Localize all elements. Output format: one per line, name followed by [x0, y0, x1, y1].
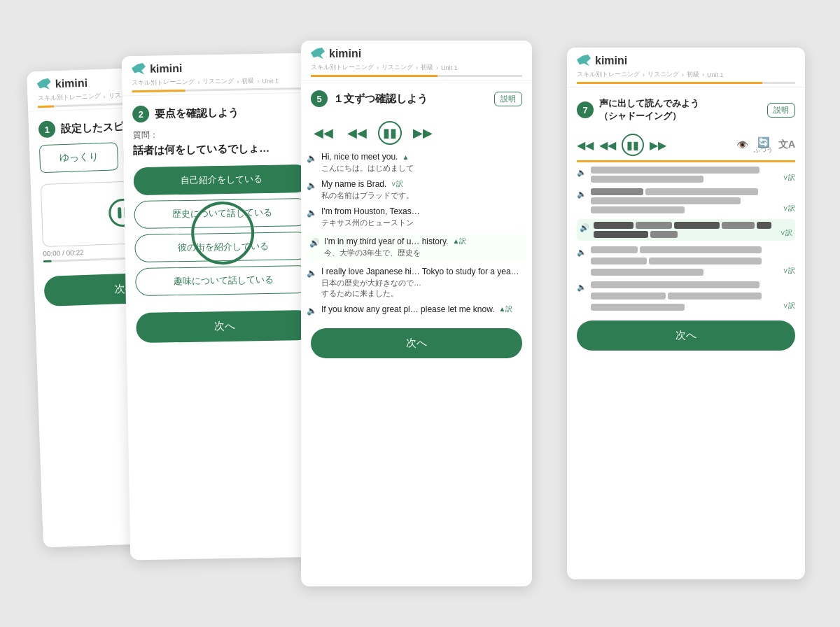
- skip-start-btn[interactable]: ◀◀: [311, 122, 336, 143]
- bird-icon-2: [132, 63, 146, 76]
- dialogue-en-2: I'm from Houston, Texas…: [321, 206, 526, 216]
- dialogue-item-3: 🔊 I'm in my third year of u… history. ▲訳…: [307, 234, 526, 261]
- step-badge-2: 2: [132, 106, 149, 122]
- shadow-trans-4[interactable]: ∨訳: [783, 301, 795, 311]
- progress-container-2: [132, 87, 309, 92]
- shadow-skip-start[interactable]: ◀◀: [577, 139, 594, 152]
- shadow-controls: ◀◀ ◀◀ ▮▮ ▶▶ 👁️ 🔄 ふつう 文A: [567, 129, 805, 156]
- card-quiz: kimini スキル別トレーニング › リスニング › 初級 › Unit 1 …: [122, 53, 327, 561]
- answer-opt-0[interactable]: 自己紹介をしている: [134, 164, 311, 195]
- trans-toggle-1[interactable]: ∨訳: [391, 179, 403, 189]
- seek-progress-1: [43, 260, 52, 262]
- breadcrumb-3: スキル別トレーニング › リスニング › 初級 › Unit 1: [311, 63, 522, 72]
- explain-btn-4[interactable]: 説明: [767, 103, 795, 118]
- shadow-rewind[interactable]: ◀◀: [599, 139, 616, 152]
- shadow-trans-3[interactable]: ∨訳: [783, 266, 795, 276]
- shadow-row-4: 🔈 ∨訳: [577, 281, 795, 311]
- card-shadowing: kimini スキル別トレーニング › リスニング › 初級 › Unit 1 …: [567, 48, 805, 579]
- card-listening: kimini スキル別トレーニング › リスニング › 初級 › Unit 1 …: [301, 41, 532, 586]
- dialogue-group-2: I'm from Houston, Texas… テキサス州のヒューストン: [321, 206, 526, 228]
- rewind-btn[interactable]: ◀◀: [344, 122, 370, 143]
- logo-3: kimini: [311, 48, 522, 60]
- step-header-3: 5 １文ずつ確認しよう 説明: [301, 80, 532, 114]
- speaker-icon-4: 🔈: [307, 268, 317, 278]
- next-btn-2[interactable]: 次へ: [136, 310, 313, 343]
- dialogue-jp-2: テキサス州のヒューストン: [321, 218, 526, 228]
- dialogue-jp-0: こんにちは。はじめまして: [321, 163, 526, 174]
- speaker-icon-1: 🔈: [307, 181, 317, 190]
- dialogue-list: 🔈 Hi, nice to meet you. ▲ こんにちは。はじめまして 🔈…: [301, 152, 532, 321]
- card-4-header: kimini スキル別トレーニング › リスニング › 初級 › Unit 1: [567, 48, 805, 87]
- logo-2: kimini: [132, 60, 308, 76]
- pause-icon-4: ▮▮: [626, 139, 639, 152]
- shadow-row-2-active: 🔊 ∨訳: [577, 219, 795, 241]
- speed-slow-btn[interactable]: ゆっくり: [39, 142, 118, 173]
- dialogue-item-4: 🔈 I really love Japanese hi… Tokyo to st…: [307, 267, 526, 299]
- dialogue-jp-3: 今、大学の3年生で、歴史を: [324, 248, 524, 258]
- shadow-speaker-1: 🔈: [577, 190, 587, 199]
- step-header-4: 7 声に出して読んでみよう （シャドーイング） 説明: [567, 87, 805, 129]
- step-header-2: 2 要点を確認しよう: [122, 93, 319, 130]
- brand-name-4: kimini: [595, 55, 627, 67]
- shadow-bars-0: [591, 167, 778, 183]
- speaker-icon-3: 🔊: [309, 238, 320, 248]
- answer-opt-1[interactable]: 歴史について話している: [134, 198, 311, 229]
- shadow-trans-2[interactable]: ∨訳: [780, 228, 792, 238]
- step-badge-4: 7: [577, 101, 594, 118]
- shadow-pause-btn[interactable]: ▮▮: [622, 134, 644, 156]
- shadow-bars-4: [591, 281, 778, 311]
- step-title-4-1: 声に出して読んでみよう: [599, 97, 762, 110]
- dialogue-en-4: I really love Japanese hi… Tokyo to stud…: [321, 267, 526, 276]
- shadow-row-1: 🔈 ∨訳: [577, 188, 795, 213]
- question-text: 話者は何をしているでしょ…: [123, 141, 320, 168]
- progress-container-3: [311, 75, 522, 77]
- trans-toggle-0[interactable]: ▲: [402, 153, 409, 161]
- shadow-speaker-2: 🔊: [580, 223, 589, 232]
- dialogue-en-0: Hi, nice to meet you. ▲: [321, 152, 526, 162]
- progress-bar-1: [38, 105, 54, 108]
- step-badge-1: 1: [38, 120, 56, 138]
- progress-bar-4: [577, 82, 762, 84]
- player-controls-3: ◀◀ ◀◀ ▮▮ ▶▶: [301, 114, 532, 152]
- bird-icon-1: [37, 78, 52, 92]
- dialogue-item-2: 🔈 I'm from Houston, Texas… テキサス州のヒューストン: [307, 206, 526, 228]
- shadow-speaker-4: 🔈: [577, 283, 587, 292]
- shadow-speaker-3: 🔈: [577, 248, 587, 257]
- blurred-content: 🔈 ∨訳 🔈 ∨訳: [567, 162, 805, 311]
- explain-btn-3[interactable]: 説明: [494, 92, 522, 106]
- shadow-trans-0[interactable]: ∨訳: [783, 173, 795, 183]
- progress-container-4: [577, 82, 795, 84]
- brand-name-1: kimini: [55, 77, 88, 91]
- progress-bar-2: [132, 90, 186, 92]
- shadow-forward[interactable]: ▶▶: [650, 139, 666, 152]
- card-2-header: kimini スキル別トレーニング › リスニング › 初級 › Unit 1: [122, 53, 318, 97]
- dialogue-group-1: My name is Brad. ∨訳 私の名前はブラッドです。: [321, 179, 526, 201]
- text-size-icon[interactable]: 文A: [778, 139, 795, 151]
- step-title-3: １文ずつ確認しよう: [333, 92, 489, 106]
- brand-name-3: kimini: [329, 48, 361, 60]
- dialogue-en-5: If you know any great pl… please let me …: [321, 304, 526, 314]
- step-title-4-2: （シャドーイング）: [599, 110, 762, 122]
- card-3-header: kimini スキル別トレーニング › リスニング › 初級 › Unit 1: [301, 41, 532, 80]
- brand-name-2: kimini: [150, 62, 183, 76]
- dialogue-item-5: 🔈 If you know any great pl… please let m…: [307, 304, 526, 316]
- dialogue-jp-1: 私の名前はブラッドです。: [321, 190, 526, 201]
- shadow-trans-1[interactable]: ∨訳: [783, 204, 795, 213]
- answer-opt-2[interactable]: 彼の街を紹介している: [134, 232, 312, 262]
- step-title-2: 要点を確認しよう: [155, 104, 309, 120]
- next-btn-3[interactable]: 次へ: [311, 328, 522, 358]
- trans-toggle-5[interactable]: ▲訳: [498, 304, 512, 314]
- eye-icon[interactable]: 👁️: [736, 139, 748, 150]
- dialogue-item-1: 🔈 My name is Brad. ∨訳 私の名前はブラッドです。: [307, 179, 526, 201]
- dialogue-item-0: 🔈 Hi, nice to meet you. ▲ こんにちは。はじめまして: [307, 152, 526, 174]
- logo-4: kimini: [577, 55, 795, 67]
- pause-btn-3[interactable]: ▮▮: [378, 121, 402, 145]
- breadcrumb-2: スキル別トレーニング › リスニング › 初級 › Unit 1: [132, 76, 308, 87]
- speed-label-4[interactable]: 🔄 ふつう: [754, 137, 773, 153]
- next-btn-4[interactable]: 次へ: [577, 320, 795, 351]
- answer-options: 自己紹介をしている 歴史について話している 彼の街を紹介している 趣味について話…: [124, 164, 322, 297]
- answer-opt-3[interactable]: 趣味について話している: [135, 265, 312, 296]
- trans-toggle-3[interactable]: ▲訳: [452, 237, 466, 246]
- forward-btn[interactable]: ▶▶: [410, 122, 435, 143]
- dialogue-jp-4: 日本の歴史が大好きなので…するために来ました。: [321, 278, 526, 299]
